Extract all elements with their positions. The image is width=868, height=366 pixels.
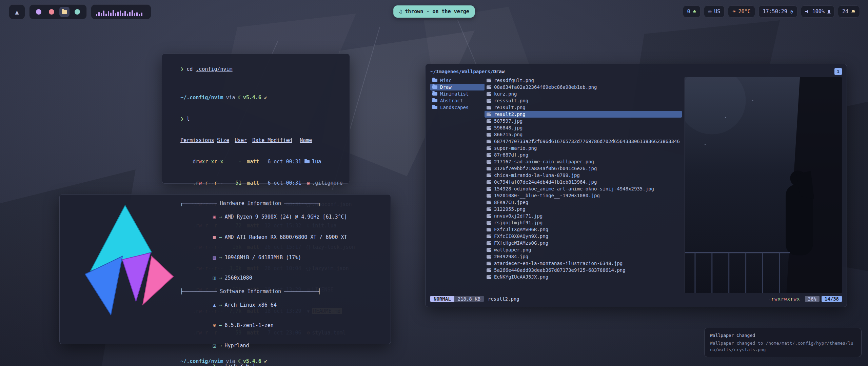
file-row[interactable]: re1sult.png bbox=[485, 104, 682, 111]
volume-widget[interactable]: 100% bbox=[801, 5, 834, 18]
command-text: l bbox=[186, 116, 190, 122]
info-value: fish 3.6.1 bbox=[224, 363, 255, 366]
file-name: super-mario.png bbox=[494, 145, 537, 151]
dock-app-button[interactable] bbox=[59, 7, 70, 17]
file-row[interactable]: wallpaper.png bbox=[485, 246, 682, 253]
file-row[interactable]: 5a266e448add93deab367d87173e9f25-6837886… bbox=[485, 267, 682, 273]
prompt-symbol: ❯ bbox=[180, 66, 183, 72]
visualizer-bar bbox=[129, 12, 131, 16]
speaker-icon bbox=[805, 9, 810, 14]
image-file-icon bbox=[487, 235, 491, 238]
parent-folder-list: Misc Draw Minimalist Abstract bbox=[430, 77, 485, 293]
file-name: chica-mirando-la-luna-8799.jpg bbox=[494, 172, 580, 179]
weather-widget[interactable]: 26°C bbox=[728, 5, 755, 18]
tab-badge[interactable]: 1 bbox=[834, 68, 842, 75]
launcher-button[interactable] bbox=[9, 4, 25, 19]
app-icon bbox=[75, 9, 80, 15]
visualizer-bar bbox=[127, 14, 128, 16]
file-row[interactable]: chica-mirando-la-luna-8799.jpg bbox=[485, 172, 682, 179]
file-name: 3126f7e9bbf21a8a4af0b67b041c6e26.jpg bbox=[494, 165, 597, 172]
ls-file-row: .rw-r--r--51matt 6 oct 00:31.gitignore bbox=[168, 172, 343, 194]
file-name: kurz.png bbox=[494, 90, 517, 97]
notification-popup[interactable]: Wallpaper Changed Wallpaper changed to /… bbox=[704, 328, 862, 357]
fetch-window[interactable]: ┌─────────── Hardware Information ──────… bbox=[59, 194, 391, 344]
file-row[interactable]: resssult.png bbox=[485, 97, 682, 104]
visualizer-bar bbox=[98, 12, 100, 16]
folder-name: Minimalist bbox=[440, 90, 469, 97]
visualizer-bar bbox=[120, 11, 121, 16]
scroll-percent-badge: 36% bbox=[805, 296, 820, 302]
arrow-icon: → bbox=[219, 363, 222, 366]
file-row[interactable]: 8FKa7Cu.jpeg bbox=[485, 199, 682, 206]
file-size: 51 bbox=[226, 180, 241, 187]
sun-icon bbox=[732, 8, 735, 15]
music-player-widget[interactable]: thrown - on the verge bbox=[393, 5, 475, 18]
file-row[interactable]: EeNKYgIUcAAJ5JX.png bbox=[485, 273, 682, 280]
folder-row[interactable]: Landscapes bbox=[430, 104, 485, 111]
file-row[interactable]: super-mario.png bbox=[485, 145, 682, 151]
folder-row[interactable]: Draw bbox=[430, 84, 485, 90]
file-name: re1sult.png bbox=[494, 104, 526, 111]
dock-app-button[interactable] bbox=[72, 7, 82, 17]
file-owner: matt bbox=[247, 180, 262, 187]
image-file-icon bbox=[487, 255, 491, 259]
info-value: 6.5.8-zen1-1-zen bbox=[224, 322, 274, 328]
file-row[interactable]: result2.png bbox=[485, 111, 682, 118]
keyboard-layout-widget[interactable]: US bbox=[704, 5, 725, 18]
folder-icon bbox=[432, 92, 437, 96]
date-widget[interactable]: 24 bbox=[838, 5, 860, 18]
dock-app-button[interactable] bbox=[34, 7, 44, 17]
file-row[interactable]: FXfcII0X0AQyn9X.png bbox=[485, 233, 682, 240]
file-row[interactable]: nnvuv0xj2df71.jpg bbox=[485, 212, 682, 219]
file-row[interactable]: 217167-sad-anime-rain-wallpaper.png bbox=[485, 158, 682, 165]
file-name: FXfcJlTXgAMvH6R.png bbox=[494, 226, 548, 233]
file-name: FXfcHgcWIAMzs0G.png bbox=[494, 240, 548, 246]
info-icon: ◫ bbox=[211, 274, 218, 281]
audio-visualizer[interactable] bbox=[91, 4, 151, 19]
file-row[interactable]: 20492984.jpg bbox=[485, 253, 682, 260]
file-row[interactable]: atardecer-en-la-montanas-ilustracion-634… bbox=[485, 260, 682, 267]
file-row[interactable]: 08a634fa02a32364f69ebc86a98eb1eb.png bbox=[485, 84, 682, 90]
software-info-list: ▲→Arch Linux x86_64 ⊙→6.5.8-zen1-1-zen ◱… bbox=[180, 295, 384, 366]
file-row[interactable]: 866715.png bbox=[485, 131, 682, 138]
breadcrumb: ~/Imagenes/Wallpapers/Draw bbox=[430, 69, 505, 74]
file-row[interactable]: 68747470733a2f2f696d616765732d7769786d70… bbox=[485, 138, 682, 145]
folder-row[interactable]: Minimalist bbox=[430, 90, 485, 97]
updates-widget[interactable]: 0 bbox=[683, 5, 701, 18]
file-list: ressdfgult.png 08a634fa02a32364f69ebc86a… bbox=[485, 77, 682, 293]
file-row[interactable]: FXfcJlTXgAMvH6R.png bbox=[485, 226, 682, 233]
fetch-info-line: ▣→AMD Ryzen 9 5900X (24) @ 4.9GHz [61.3°… bbox=[180, 207, 384, 227]
file-row[interactable]: 19201080-__blue-tinge__-1920×1080.jpg bbox=[485, 192, 682, 199]
image-file-icon bbox=[487, 187, 491, 191]
file-row[interactable]: rsjqojlmjhf91.jpg bbox=[485, 219, 682, 226]
file-name: FXfcII0X0AQyn9X.png bbox=[494, 233, 548, 240]
file-row[interactable]: 87r687df.png bbox=[485, 151, 682, 158]
folder-row[interactable]: Misc bbox=[430, 77, 485, 84]
file-row[interactable]: FXfcHgcWIAMzs0G.png bbox=[485, 240, 682, 246]
arrow-icon: → bbox=[219, 343, 222, 349]
terminal-window[interactable]: ❯cd .config/nvim ~/.config/nvimviav5.4.6… bbox=[162, 54, 350, 184]
file-row[interactable]: 587597.jpg bbox=[485, 118, 682, 124]
file-row[interactable]: 154928-odinokoe_anime-art-anime-okno-sin… bbox=[485, 185, 682, 192]
visualizer-bar bbox=[139, 14, 140, 16]
visualizer-bar bbox=[113, 10, 114, 16]
time-text: 17:50:29 bbox=[763, 8, 787, 15]
date-modified: 6 oct 00:31 bbox=[264, 158, 304, 165]
file-row[interactable]: 0c794faf07de24a4db4d4fb1eb813964.jpg bbox=[485, 179, 682, 185]
file-manager-window[interactable]: ~/Imagenes/Wallpapers/Draw 1 Misc Draw M… bbox=[425, 64, 847, 307]
visualizer-bar bbox=[124, 11, 126, 16]
clock-widget[interactable]: 17:50:29 bbox=[758, 5, 797, 18]
file-name: .gitignore bbox=[312, 180, 342, 186]
dock-app-button[interactable] bbox=[46, 7, 57, 17]
file-row[interactable]: 3122955.png bbox=[485, 206, 682, 212]
fetch-info-line: ❯→fish 3.6.1 bbox=[180, 356, 384, 366]
file-row[interactable]: ressdfgult.png bbox=[485, 77, 682, 84]
command-line: ❯cd .config/nvim bbox=[168, 59, 343, 80]
image-file-icon bbox=[487, 207, 491, 211]
file-row[interactable]: kurz.png bbox=[485, 90, 682, 97]
file-row[interactable]: 3126f7e9bbf21a8a4af0b67b041c6e26.jpg bbox=[485, 165, 682, 172]
arrow-icon: → bbox=[219, 234, 222, 240]
fetch-info-line: ▲→Arch Linux x86_64 bbox=[180, 295, 384, 315]
file-row[interactable]: 596848.jpg bbox=[485, 124, 682, 131]
folder-row[interactable]: Abstract bbox=[430, 97, 485, 104]
